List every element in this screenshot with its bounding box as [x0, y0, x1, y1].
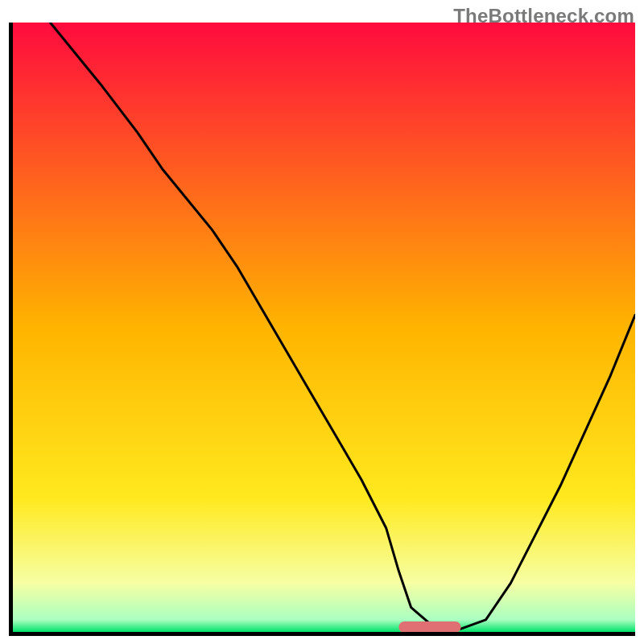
optimal-marker	[398, 621, 460, 632]
gradient-background	[13, 23, 635, 632]
chart-canvas: TheBottleneck.com	[0, 0, 644, 644]
plot-svg	[13, 23, 635, 632]
